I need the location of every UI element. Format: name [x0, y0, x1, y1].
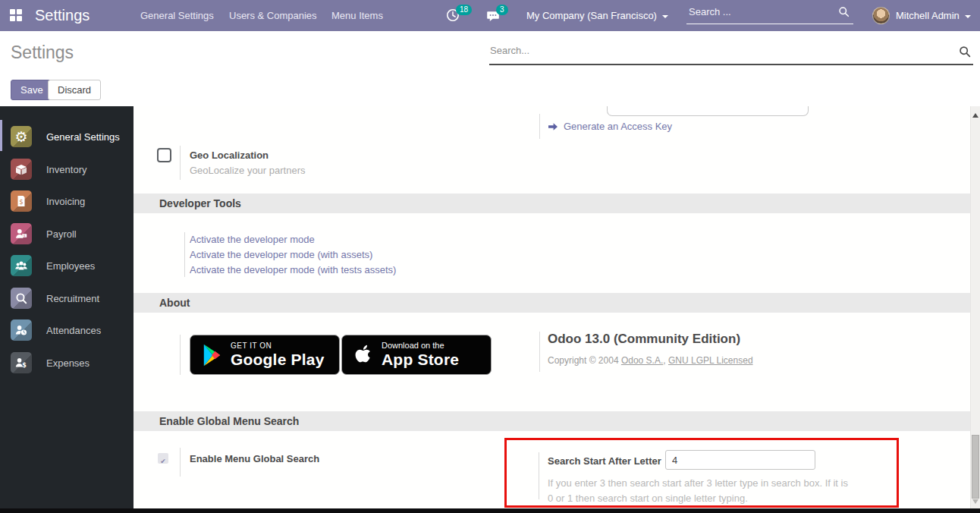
section-title: Enable Global Menu Search	[159, 411, 299, 431]
search-icon[interactable]	[838, 6, 850, 17]
link-label: Generate an Access Key	[564, 121, 672, 132]
save-button[interactable]: Save	[11, 80, 53, 100]
activate-dev-mode-assets-link[interactable]: Activate the developer mode (with assets…	[190, 249, 372, 260]
company-name: My Company (San Francisco)	[526, 10, 657, 21]
navbar-search-input[interactable]	[689, 6, 825, 17]
google-play-icon	[202, 343, 222, 367]
badge-store-name: App Store	[382, 351, 459, 369]
sidebar-item-payroll[interactable]: $ Payroll	[0, 218, 133, 250]
sidebar-item-label: Inventory	[46, 164, 86, 175]
scroll-up-arrow-icon[interactable]	[972, 113, 978, 118]
copyright-text: Copyright © 2004	[548, 355, 619, 366]
lgpl-license-link[interactable]: GNU LGPL Licensed	[668, 355, 753, 366]
enable-menu-global-search-checkbox[interactable]	[158, 453, 168, 464]
bottom-edge-bar	[0, 508, 980, 513]
sidebar-item-employees[interactable]: Employees	[0, 250, 133, 282]
enable-menu-global-search-label: Enable Menu Global Search	[190, 453, 319, 464]
generate-access-key-link[interactable]: Generate an Access Key	[548, 121, 672, 132]
chevron-down-icon	[662, 15, 668, 18]
nav-menu-general-settings[interactable]: General Settings	[140, 0, 214, 31]
apps-sidebar: ⚙ General Settings Inventory $ Invoicing…	[0, 106, 133, 508]
odoo-version-label: Odoo 13.0 (Community Edition)	[548, 332, 740, 347]
sidebar-item-label: Recruitment	[46, 293, 99, 304]
nav-menu-menu-items[interactable]: Menu Items	[331, 0, 383, 31]
scroll-down-arrow-icon[interactable]	[972, 499, 978, 504]
divider	[180, 146, 181, 180]
sidebar-item-inventory[interactable]: Inventory	[0, 153, 133, 185]
geo-localization-checkbox[interactable]	[157, 148, 171, 162]
chevron-down-icon	[965, 15, 971, 18]
nav-menu-users-companies[interactable]: Users & Companies	[229, 0, 317, 31]
odoo-sa-link[interactable]: Odoo S.A.	[621, 355, 663, 366]
geo-localization-description: GeoLocalize your partners	[190, 165, 305, 176]
scrollbar-thumb[interactable]	[972, 435, 979, 499]
access-key-input-partial[interactable]	[607, 106, 809, 116]
user-dollar-icon: $	[11, 352, 32, 373]
page-title: Settings	[11, 42, 74, 63]
sidebar-item-attendances[interactable]: Attendances	[0, 314, 133, 346]
copyright-line: Copyright © 2004 Odoo S.A., GNU LGPL Lic…	[548, 355, 753, 366]
sidebar-item-general-settings[interactable]: ⚙ General Settings	[0, 121, 133, 153]
discard-button[interactable]: Discard	[48, 80, 101, 100]
svg-text:$: $	[22, 362, 27, 369]
odoo-settings-page: Settings General Settings Users & Compan…	[0, 0, 980, 513]
field-help-text-line1: If you enter 3 then search start after 3…	[548, 477, 848, 489]
divider	[184, 232, 185, 277]
activate-dev-mode-tests-link[interactable]: Activate the developer mode (with tests …	[190, 264, 396, 275]
section-header-about: About	[133, 293, 970, 313]
company-switcher[interactable]: My Company (San Francisco)	[526, 0, 668, 31]
badge-tagline: GET IT ON	[231, 341, 325, 350]
vertical-scrollbar[interactable]	[970, 106, 980, 508]
search-start-after-letter-label: Search Start After Letter	[548, 455, 661, 467]
app-store-badge[interactable]: Download on the App Store	[341, 335, 492, 375]
sidebar-item-invoicing[interactable]: $ Invoicing	[0, 185, 133, 217]
navbar-search-box	[686, 0, 853, 24]
sidebar-item-label: Invoicing	[46, 196, 85, 207]
user-clock-icon	[11, 319, 32, 341]
control-panel: Settings Save Discard	[0, 31, 980, 106]
section-header-global-menu-search: Enable Global Menu Search	[133, 411, 970, 431]
field-help-text-line2: 0 or 1 then search start on single lette…	[548, 493, 748, 504]
user-avatar[interactable]	[872, 7, 890, 24]
users-icon	[11, 255, 32, 276]
google-play-badge[interactable]: GET IT ON Google Play	[190, 335, 340, 375]
search-icon[interactable]	[959, 46, 971, 58]
apple-icon	[353, 343, 373, 367]
box-icon	[11, 159, 32, 180]
svg-text:$: $	[24, 234, 26, 238]
divider	[539, 114, 540, 139]
section-header-developer-tools: Developer Tools	[133, 194, 970, 213]
sidebar-item-label: Payroll	[46, 228, 77, 240]
user-menu[interactable]: Mitchell Admin	[896, 0, 971, 31]
top-navbar: Settings General Settings Users & Compan…	[0, 0, 980, 31]
activate-dev-mode-link[interactable]: Activate the developer mode	[190, 234, 315, 245]
magnifier-icon	[11, 288, 32, 309]
geo-localization-label: Geo Localization	[190, 149, 269, 161]
apps-menu-icon[interactable]	[10, 9, 22, 21]
user-name: Mitchell Admin	[896, 10, 960, 21]
main-search-input[interactable]	[490, 45, 922, 56]
sidebar-item-label: Employees	[46, 260, 95, 272]
sidebar-item-label: Expenses	[46, 357, 90, 369]
divider	[539, 332, 540, 372]
svg-text:$: $	[19, 198, 23, 206]
search-start-after-letter-input[interactable]	[665, 450, 815, 470]
activity-count-badge: 18	[456, 5, 472, 15]
badge-store-name: Google Play	[231, 351, 325, 369]
divider	[180, 448, 181, 477]
main-search-box	[489, 42, 973, 65]
user-money-icon: $	[11, 223, 32, 244]
sidebar-item-label: Attendances	[46, 325, 101, 336]
badge-tagline: Download on the	[382, 341, 459, 350]
message-count-badge: 3	[496, 5, 508, 15]
sidebar-item-recruitment[interactable]: Recruitment	[0, 282, 133, 314]
arrow-right-icon	[548, 121, 558, 132]
invoice-icon: $	[11, 190, 32, 212]
divider	[180, 335, 181, 375]
gear-icon: ⚙	[11, 126, 32, 147]
sidebar-item-label: General Settings	[46, 131, 120, 143]
sidebar-item-expenses[interactable]: $ Expenses	[0, 347, 133, 379]
section-title: Developer Tools	[159, 194, 241, 213]
section-title: About	[159, 293, 190, 313]
app-title: Settings	[35, 0, 90, 31]
